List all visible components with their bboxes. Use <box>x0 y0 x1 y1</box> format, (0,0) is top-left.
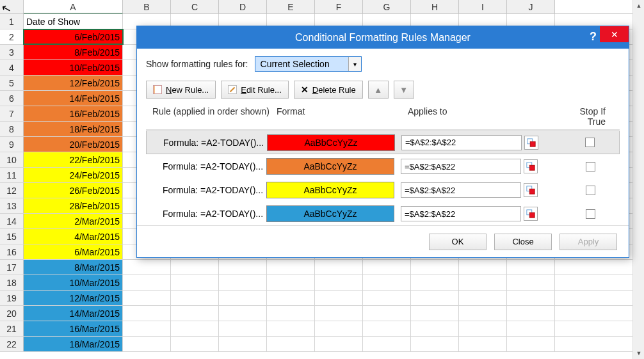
rule-row[interactable]: Formula: =A2-TODAY()...AaBbCcYyZz <box>146 179 620 202</box>
rule-row[interactable]: Formula: =A2-TODAY()...AaBbCcYyZz <box>146 202 620 226</box>
delete-rule-button[interactable]: ✕Delete Rule <box>294 81 363 99</box>
cell[interactable]: 16/Mar/2015 <box>24 321 123 336</box>
column-header-h[interactable]: H <box>411 0 459 13</box>
cell[interactable] <box>123 260 171 275</box>
applies-to-input[interactable] <box>401 206 521 221</box>
move-down-button[interactable]: ▼ <box>394 81 414 99</box>
cell[interactable]: 8/Feb/2015 <box>24 45 123 60</box>
cell[interactable] <box>507 291 555 305</box>
cell[interactable]: Date of Show <box>24 14 123 29</box>
cell[interactable] <box>363 306 411 321</box>
cell[interactable]: 14/Feb/2015 <box>24 91 123 106</box>
cell[interactable]: 26/Feb/2015 <box>24 183 123 198</box>
cell[interactable]: 22/Feb/2015 <box>24 152 123 167</box>
cell[interactable]: 6/Feb/2015 <box>24 29 123 44</box>
cell[interactable]: 12/Mar/2015 <box>24 291 123 305</box>
scope-dropdown[interactable]: Current Selection ▾ <box>255 56 362 72</box>
stop-if-true-checkbox[interactable] <box>586 186 595 195</box>
cell[interactable] <box>459 260 507 275</box>
cell[interactable] <box>507 306 555 321</box>
scroll-down-icon[interactable]: ▼ <box>633 347 644 359</box>
cell[interactable] <box>123 337 171 351</box>
new-rule-button[interactable]: New Rule... <box>146 81 216 99</box>
chevron-down-icon[interactable]: ▾ <box>348 57 361 71</box>
cell[interactable] <box>411 260 459 275</box>
cell[interactable]: 2/Mar/2015 <box>24 214 123 228</box>
cell[interactable] <box>315 321 363 336</box>
row-number[interactable]: 15 <box>0 229 24 244</box>
row-number[interactable]: 4 <box>0 60 24 75</box>
cell[interactable] <box>315 291 363 305</box>
cell[interactable]: 10/Mar/2015 <box>24 275 123 290</box>
cell[interactable]: 12/Feb/2015 <box>24 76 123 90</box>
applies-to-input[interactable] <box>401 159 521 174</box>
cell[interactable] <box>411 275 459 290</box>
applies-to-input[interactable] <box>401 135 522 150</box>
cell[interactable] <box>459 337 507 351</box>
cell[interactable] <box>219 337 267 351</box>
cell[interactable] <box>267 260 315 275</box>
dialog-titlebar[interactable]: Conditional Formatting Rules Manager ? ✕ <box>137 26 629 49</box>
cell[interactable] <box>171 306 219 321</box>
cell[interactable] <box>363 321 411 336</box>
cell[interactable] <box>219 291 267 305</box>
cell[interactable] <box>171 291 219 305</box>
cell[interactable] <box>507 275 555 290</box>
cell[interactable] <box>219 260 267 275</box>
close-dialog-button[interactable]: Close <box>494 234 552 250</box>
column-header-f[interactable]: F <box>315 0 363 13</box>
stop-if-true-checkbox[interactable] <box>586 209 595 219</box>
cell[interactable] <box>267 275 315 290</box>
cell[interactable] <box>315 260 363 275</box>
row-number[interactable]: 21 <box>0 321 24 336</box>
help-button[interactable]: ? <box>590 30 597 44</box>
cell[interactable] <box>363 337 411 351</box>
cell[interactable] <box>507 260 555 275</box>
range-selector-icon[interactable] <box>524 207 538 221</box>
move-up-button[interactable]: ▲ <box>368 81 389 99</box>
row-number[interactable]: 13 <box>0 198 24 213</box>
cell[interactable]: 18/Mar/2015 <box>24 337 123 351</box>
rule-row[interactable]: Formula: =A2-TODAY()...AaBbCcYyZz <box>146 155 620 179</box>
cell[interactable] <box>267 337 315 351</box>
cell[interactable] <box>267 291 315 305</box>
column-header-c[interactable]: C <box>171 0 219 13</box>
cell[interactable] <box>363 260 411 275</box>
cell[interactable] <box>411 321 459 336</box>
row-number[interactable]: 12 <box>0 183 24 198</box>
cell[interactable] <box>315 337 363 351</box>
row-number[interactable]: 16 <box>0 244 24 259</box>
row-number[interactable]: 2 <box>0 29 24 44</box>
cell[interactable]: 28/Feb/2015 <box>24 198 123 213</box>
apply-button[interactable]: Apply <box>559 234 617 250</box>
column-header-e[interactable]: E <box>267 0 315 13</box>
row-number[interactable]: 3 <box>0 45 24 60</box>
cell[interactable]: 18/Feb/2015 <box>24 122 123 136</box>
cell[interactable] <box>459 321 507 336</box>
range-selector-icon[interactable] <box>524 159 538 173</box>
row-number[interactable]: 19 <box>0 291 24 305</box>
row-number[interactable]: 8 <box>0 122 24 136</box>
cell[interactable] <box>315 306 363 321</box>
stop-if-true-checkbox[interactable] <box>586 162 595 172</box>
cell[interactable] <box>363 291 411 305</box>
cell[interactable]: 14/Mar/2015 <box>24 306 123 321</box>
row-number[interactable]: 20 <box>0 306 24 321</box>
cell[interactable] <box>411 306 459 321</box>
cell[interactable]: 16/Feb/2015 <box>24 106 123 121</box>
range-selector-icon[interactable] <box>524 136 538 150</box>
column-header-g[interactable]: G <box>363 0 411 13</box>
row-number[interactable]: 17 <box>0 260 24 275</box>
close-button[interactable]: ✕ <box>600 26 629 42</box>
cell[interactable] <box>219 321 267 336</box>
cell[interactable] <box>171 260 219 275</box>
row-number[interactable]: 22 <box>0 337 24 351</box>
row-number[interactable]: 7 <box>0 106 24 121</box>
cell[interactable]: 20/Feb/2015 <box>24 137 123 152</box>
column-header-d[interactable]: D <box>219 0 267 13</box>
row-number[interactable]: 10 <box>0 152 24 167</box>
stop-if-true-checkbox[interactable] <box>585 138 595 147</box>
ok-button[interactable]: OK <box>429 234 487 250</box>
cell[interactable] <box>411 291 459 305</box>
cell[interactable] <box>459 306 507 321</box>
